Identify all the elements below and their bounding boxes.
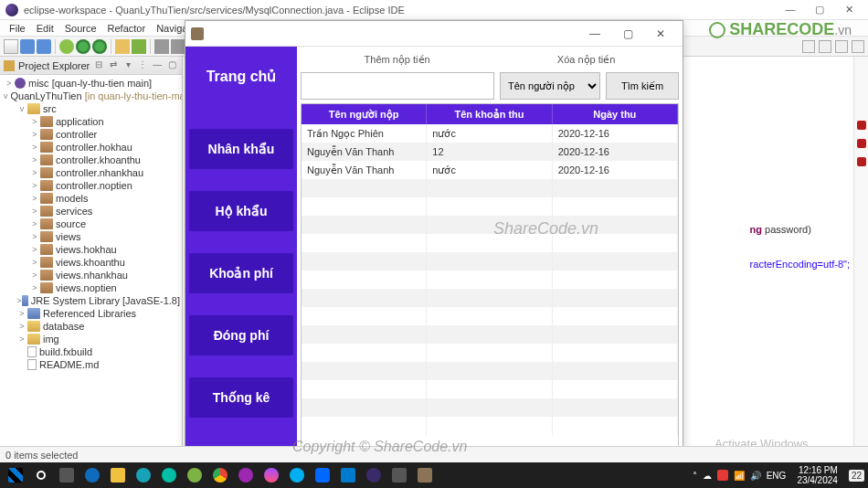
minimize-view-icon[interactable]: — <box>151 59 164 72</box>
tree-item[interactable]: >controller.khoanthu <box>0 154 182 166</box>
menu-file[interactable]: File <box>4 23 31 34</box>
menu-refactor[interactable]: Refactor <box>102 23 152 34</box>
tree-item[interactable]: >application <box>0 115 182 128</box>
table-row[interactable]: Nguyễn Văn Thanhnước2020-12-16 <box>302 161 678 179</box>
tray-wifi-icon[interactable]: 📶 <box>734 471 745 481</box>
filter-icon[interactable]: ▾ <box>122 59 134 72</box>
twisty-icon[interactable]: > <box>29 271 40 280</box>
twisty-icon[interactable]: > <box>29 143 40 152</box>
tree-item[interactable]: >views.hokhau <box>0 243 182 256</box>
sidebar-2[interactable]: Hộ khẩu <box>189 191 293 231</box>
app-close-button[interactable]: ✕ <box>644 27 677 40</box>
error-marker[interactable] <box>857 121 866 130</box>
open-perspective-icon[interactable] <box>819 40 831 53</box>
error-marker[interactable] <box>857 139 866 148</box>
chrome-icon[interactable] <box>208 465 232 485</box>
twisty-icon[interactable]: > <box>16 322 27 331</box>
collapse-all-icon[interactable]: ⊟ <box>92 59 105 72</box>
twisty-icon[interactable]: > <box>29 232 40 241</box>
tree-item[interactable]: >views <box>0 230 182 243</box>
tree-item[interactable]: >views.nhankhau <box>0 269 182 281</box>
delete-payment-link[interactable]: Xóa nộp tiền <box>557 54 616 66</box>
eclipse-icon[interactable] <box>362 465 386 485</box>
app-maximize-button[interactable]: ▢ <box>611 27 644 40</box>
tray-volume-icon[interactable]: 🔊 <box>750 471 761 481</box>
project-tree[interactable]: >misc [quan-ly-thu-tien main]vQuanLyThuT… <box>0 75 182 466</box>
new-icon[interactable] <box>4 39 18 54</box>
twisty-icon[interactable]: > <box>16 309 27 318</box>
close-button[interactable]: ✕ <box>835 4 863 16</box>
twisty-icon[interactable]: > <box>29 219 40 228</box>
save-all-icon[interactable] <box>37 39 51 54</box>
menu-edit[interactable]: Edit <box>31 23 59 34</box>
sidebar-0[interactable]: Trang chủ <box>189 56 293 96</box>
skype-icon[interactable] <box>285 465 309 485</box>
search-button[interactable] <box>29 465 53 485</box>
tree-item[interactable]: >controller <box>0 128 182 141</box>
sidebar-1[interactable]: Nhân khẩu <box>189 129 293 169</box>
tree-item[interactable]: >misc [quan-ly-thu-tien main] <box>0 77 182 90</box>
new-package-icon[interactable] <box>115 39 130 54</box>
tree-item[interactable]: >views.khoanthu <box>0 256 182 269</box>
twisty-icon[interactable]: > <box>29 207 40 216</box>
tree-item[interactable]: >controller.noptien <box>0 179 182 192</box>
sidebar-3[interactable]: Khoản phí <box>189 253 293 293</box>
twisty-icon[interactable]: > <box>16 334 27 344</box>
twisty-icon[interactable]: > <box>29 258 40 267</box>
twisty-icon[interactable]: > <box>29 194 40 203</box>
app-icon[interactable] <box>387 465 411 485</box>
tree-item[interactable]: >database <box>0 320 182 333</box>
sidebar-5[interactable]: Thống kê <box>189 377 293 418</box>
debug-icon[interactable] <box>59 39 74 54</box>
tray-app-icon[interactable] <box>717 470 728 481</box>
twisty-icon[interactable]: > <box>29 283 40 292</box>
coverage-icon[interactable] <box>92 39 107 54</box>
tree-item[interactable]: README.md <box>0 358 182 371</box>
search-button[interactable]: Tìm kiếm <box>606 72 679 100</box>
error-marker[interactable] <box>857 157 866 166</box>
tree-item[interactable]: vsrc <box>0 102 182 115</box>
tree-item[interactable]: build.fxbuild <box>0 345 182 358</box>
tree-item[interactable]: >views.noptien <box>0 281 182 294</box>
app-icon[interactable] <box>157 465 181 485</box>
tree-item[interactable]: >services <box>0 205 182 217</box>
java-icon[interactable] <box>413 465 437 485</box>
tray-lang[interactable]: ENG <box>767 471 787 481</box>
tree-item[interactable]: >JRE System Library [JavaSE-1.8] <box>0 294 182 307</box>
twisty-icon[interactable]: > <box>29 245 40 254</box>
app-icon[interactable] <box>234 465 258 485</box>
app-icon[interactable] <box>183 465 206 485</box>
minimize-button[interactable]: — <box>777 4 804 16</box>
app-icon[interactable] <box>132 465 155 485</box>
new-class-icon[interactable] <box>132 39 146 54</box>
tree-item[interactable]: >img <box>0 333 182 345</box>
table-row[interactable]: Nguyễn Văn Thanh122020-12-16 <box>302 143 678 161</box>
view-menu-icon[interactable]: ⋮ <box>136 59 149 72</box>
twisty-icon[interactable]: > <box>29 168 40 177</box>
tray-chevron-icon[interactable]: ˄ <box>693 471 697 481</box>
tree-item[interactable]: >controller.hokhau <box>0 141 182 154</box>
add-payment-link[interactable]: Thêm nộp tiền <box>365 54 430 66</box>
debug-perspective-icon[interactable] <box>852 40 864 53</box>
maximize-view-icon[interactable]: ▢ <box>165 59 178 72</box>
vscode-icon[interactable] <box>336 465 360 485</box>
twisty-icon[interactable]: > <box>29 117 40 126</box>
sidebar-4[interactable]: Đóng phí <box>189 315 293 355</box>
tree-item[interactable]: >Referenced Libraries <box>0 307 182 320</box>
app-minimize-button[interactable]: — <box>578 27 611 40</box>
explorer-icon[interactable] <box>106 465 130 485</box>
tray-cloud-icon[interactable]: ☁ <box>703 471 712 481</box>
search-icon[interactable] <box>171 39 185 54</box>
start-button[interactable] <box>4 465 27 485</box>
tree-item[interactable]: >controller.nhankhau <box>0 166 182 179</box>
java-perspective-icon[interactable] <box>835 40 848 53</box>
tray-clock[interactable]: 12:16 PM 23/4/2024 <box>797 465 838 485</box>
table-body[interactable]: Trần Ngọc Phiênnước2020-12-16Nguyễn Văn … <box>302 124 678 457</box>
run-icon[interactable] <box>76 39 90 54</box>
twisty-icon[interactable]: > <box>29 130 40 139</box>
zalo-icon[interactable] <box>311 465 334 485</box>
tray-notification-badge[interactable]: 22 <box>849 470 864 482</box>
filter-select[interactable]: Tên người nộp <box>500 72 600 100</box>
search-input[interactable] <box>301 72 494 100</box>
system-tray[interactable]: ˄ ☁ 📶 🔊 ENG 12:16 PM 23/4/2024 22 <box>693 465 864 485</box>
